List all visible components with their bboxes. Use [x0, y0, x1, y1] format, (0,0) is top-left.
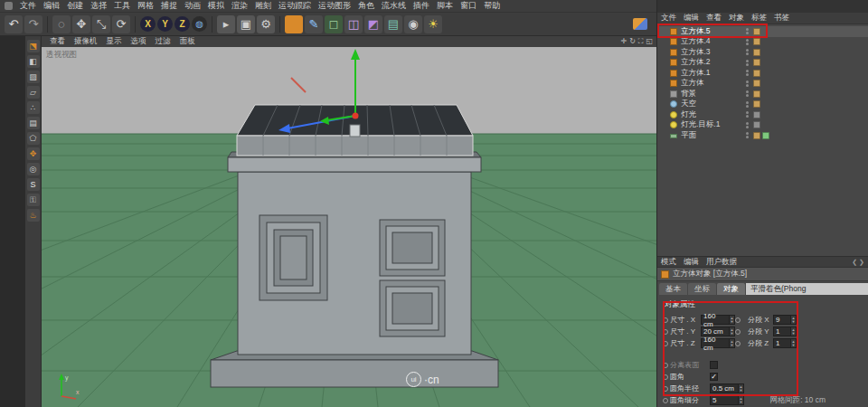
viewport-zoom-icon[interactable]: ⛶ — [638, 37, 644, 46]
menu-文件[interactable]: 文件 — [16, 0, 40, 12]
menu-工具[interactable]: 工具 — [110, 0, 134, 12]
array-generator-icon[interactable]: ◫ — [344, 15, 363, 33]
spline-pen-icon[interactable]: ✎ — [305, 15, 323, 33]
scale-tool-icon[interactable]: ⤡ — [92, 15, 110, 33]
keyframe-dot[interactable] — [735, 329, 741, 335]
size-input[interactable]: 160 cm▲▼ — [701, 315, 735, 325]
deformer-icon[interactable]: ◩ — [364, 15, 382, 33]
menu-动画[interactable]: 动画 — [181, 0, 204, 12]
menu-脚本[interactable]: 脚本 — [433, 0, 457, 12]
viewport-solo-icon[interactable]: ◎ — [27, 163, 40, 175]
menu-雕刻[interactable]: 雕刻 — [251, 0, 275, 12]
size-input[interactable]: 160 cm▲▼ — [701, 338, 735, 348]
attribute-manager-menu-用户数据[interactable]: 用户数据 — [703, 257, 741, 268]
viewport-menu-面板[interactable]: 面板 — [175, 36, 200, 47]
render-picture-viewer-icon[interactable]: ▣ — [237, 15, 255, 33]
model-mode-icon[interactable]: ◧ — [27, 55, 40, 68]
viewport-menu-摄像机[interactable]: 摄像机 — [70, 36, 102, 47]
keyframe-dot[interactable] — [663, 341, 668, 346]
viewport-menu-查看[interactable]: 查看 — [45, 36, 70, 47]
fillet-checkbox[interactable]: ✓ — [710, 373, 718, 381]
stepper[interactable]: ▲▼ — [729, 339, 734, 347]
menu-流水线[interactable]: 流水线 — [378, 0, 410, 12]
subdivision-surface-icon[interactable]: ◻ — [325, 15, 343, 33]
keyframe-dot[interactable] — [663, 329, 668, 335]
visibility-dots[interactable] — [746, 132, 749, 138]
z-axis-lock-icon[interactable]: Z — [175, 16, 190, 32]
separate-surfaces-checkbox[interactable] — [710, 361, 718, 369]
segment-input[interactable]: 9▲▼ — [773, 315, 797, 325]
visibility-dots[interactable] — [746, 49, 749, 55]
visibility-dots[interactable] — [746, 90, 749, 97]
visibility-dots[interactable] — [746, 39, 749, 45]
menu-选择[interactable]: 选择 — [87, 0, 110, 12]
object-manager-menu-查看[interactable]: 查看 — [703, 13, 725, 24]
fillet-subdivision-input[interactable]: 5 ▲▼ — [710, 395, 744, 405]
keyframe-dot[interactable] — [663, 386, 668, 392]
menu-窗口[interactable]: 窗口 — [457, 0, 480, 12]
object-tags[interactable] — [753, 100, 760, 108]
object-row-立方体.5[interactable]: 立方体.5 — [657, 26, 868, 37]
undo-icon[interactable]: ↶ — [5, 15, 23, 33]
object-tags[interactable] — [753, 59, 760, 66]
visibility-dots[interactable] — [746, 60, 749, 66]
visibility-dots[interactable] — [746, 122, 749, 128]
move-tool-icon[interactable]: ✥ — [72, 15, 90, 33]
object-row-灯光[interactable]: 灯光 — [657, 109, 868, 120]
keyframe-dot[interactable] — [663, 363, 668, 368]
menu-网格[interactable]: 网格 — [134, 0, 157, 12]
visibility-dots[interactable] — [746, 111, 749, 118]
object-tags[interactable] — [753, 49, 760, 56]
stepper[interactable]: ▲▼ — [790, 339, 796, 347]
menu-运动图形[interactable]: 运动图形 — [315, 0, 354, 12]
stepper[interactable]: ▲▼ — [729, 327, 734, 336]
menu-渲染[interactable]: 渲染 — [228, 0, 251, 12]
workplane-mode-icon[interactable]: ▱ — [27, 86, 40, 99]
app-logo-icon[interactable] — [5, 2, 13, 10]
object-manager-menu-对象[interactable]: 对象 — [725, 13, 748, 24]
camera-icon[interactable]: ◉ — [404, 15, 422, 33]
make-editable-icon[interactable]: ⬔ — [27, 40, 40, 52]
snap-icon[interactable]: S — [27, 178, 40, 191]
fillet-radius-input[interactable]: 0.5 cm ▲▼ — [710, 383, 744, 393]
redo-icon[interactable]: ↷ — [24, 15, 42, 33]
menu-插件[interactable]: 插件 — [410, 0, 433, 12]
object-tags[interactable] — [753, 90, 760, 98]
light-icon[interactable]: ☀ — [424, 15, 442, 33]
object-row-平面[interactable]: 平面 — [657, 130, 868, 141]
rotate-tool-icon[interactable]: ⟳ — [112, 15, 130, 33]
visibility-dots[interactable] — [746, 80, 749, 87]
live-selection-icon[interactable]: ◌ — [52, 15, 71, 33]
points-mode-icon[interactable]: ∴ — [27, 101, 40, 114]
tab-坐标[interactable]: 坐标 — [688, 283, 716, 295]
object-tags[interactable] — [753, 70, 760, 77]
coordinate-system-icon[interactable]: ◍ — [192, 16, 207, 32]
menu-角色[interactable]: 角色 — [354, 0, 378, 12]
stepper[interactable]: ▲▼ — [790, 316, 796, 324]
enable-axis-icon[interactable]: ✥ — [27, 147, 40, 160]
environment-icon[interactable]: ▤ — [384, 15, 402, 33]
menu-帮助[interactable]: 帮助 — [480, 0, 504, 12]
texture-mode-icon[interactable]: ▨ — [27, 71, 40, 83]
segment-input[interactable]: 1▲▼ — [773, 338, 797, 348]
stepper[interactable]: ▲▼ — [738, 396, 743, 404]
object-row-立方体.3[interactable]: 立方体.3 — [657, 47, 868, 58]
keyframe-dot[interactable] — [735, 341, 741, 346]
object-row-立方体.1[interactable]: 立方体.1 — [657, 68, 868, 79]
render-view-icon[interactable]: ▸ — [217, 15, 235, 33]
keyframe-dot[interactable] — [735, 317, 741, 323]
segment-input[interactable]: 1▲▼ — [773, 327, 797, 336]
menu-捕捉[interactable]: 捕捉 — [157, 0, 181, 12]
viewport-menu-显示[interactable]: 显示 — [102, 36, 127, 47]
tab-对象[interactable]: 对象 — [717, 283, 745, 295]
stepper[interactable]: ▲▼ — [729, 316, 734, 324]
attribute-manager-menu-模式[interactable]: 模式 — [657, 257, 680, 268]
object-manager-list[interactable]: 立方体.5立方体.4立方体.3立方体.2立方体.1立方体背景天空灯光灯光.目标.… — [657, 24, 868, 256]
edges-mode-icon[interactable]: ▤ — [27, 117, 40, 129]
menu-创建[interactable]: 创建 — [63, 0, 87, 12]
stepper[interactable]: ▲▼ — [738, 384, 743, 393]
object-row-立方体[interactable]: 立方体 — [657, 79, 868, 90]
object-tags[interactable] — [753, 132, 769, 139]
visibility-dots[interactable] — [746, 28, 749, 34]
object-manager-menu-标签[interactable]: 标签 — [748, 13, 770, 24]
